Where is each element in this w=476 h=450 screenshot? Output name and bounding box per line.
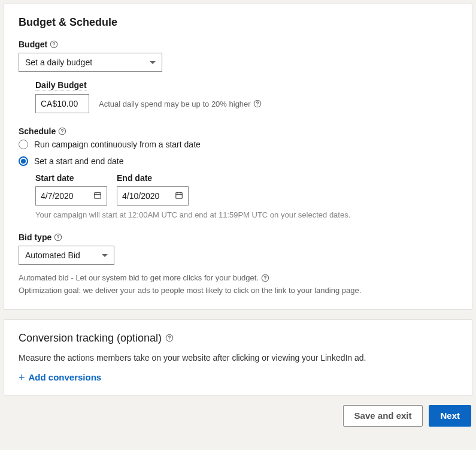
svg-point-15 [58, 238, 59, 239]
daily-budget-input[interactable] [35, 94, 89, 113]
bid-desc1: Automated bid - Let our system bid to ge… [19, 272, 259, 285]
help-icon[interactable] [54, 233, 62, 241]
radio-icon [19, 140, 28, 149]
calendar-icon [175, 191, 183, 201]
svg-point-5 [62, 132, 63, 133]
date-row: Start date 4/7/2020 End date 4/10/2020 [35, 173, 457, 206]
budget-schedule-title: Budget & Schedule [19, 16, 457, 29]
next-button[interactable]: Next [429, 405, 471, 427]
schedule-label-row: Schedule [19, 126, 457, 136]
daily-budget-note-row: Actual daily spend may be up to 20% high… [99, 99, 262, 108]
budget-select-value: Set a daily budget [25, 58, 92, 67]
bid-desc2: Optimization goal: we deliver your ads t… [19, 285, 457, 297]
daily-budget-block: Daily Budget Actual daily spend may be u… [35, 80, 457, 113]
schedule-note: Your campaign will start at 12:00AM UTC … [35, 210, 457, 219]
schedule-radio-startend[interactable]: Set a start and end date [19, 156, 457, 166]
help-icon[interactable] [165, 334, 174, 342]
add-conversions-button[interactable]: + Add conversions [19, 372, 457, 383]
svg-rect-6 [95, 192, 101, 198]
footer-actions: Save and exit Next [4, 405, 472, 427]
chevron-down-icon [102, 254, 108, 257]
calendar-icon [93, 191, 102, 201]
schedule-option-startend-label: Set a start and end date [34, 156, 123, 166]
save-exit-label: Save and exit [354, 410, 412, 421]
conversion-title-row: Conversion tracking (optional) [19, 332, 457, 345]
help-icon[interactable] [253, 99, 262, 108]
add-conversions-label: Add conversions [29, 372, 102, 382]
start-date-field: Start date 4/7/2020 [35, 173, 107, 206]
help-icon[interactable] [261, 274, 269, 282]
plus-icon: + [19, 372, 25, 383]
daily-budget-note: Actual daily spend may be up to 20% high… [99, 99, 251, 108]
budget-label-row: Budget [19, 40, 457, 49]
bid-type-select[interactable]: Automated Bid [19, 246, 114, 265]
conversion-tracking-panel: Conversion tracking (optional) Measure t… [4, 319, 472, 395]
bid-type-label-row: Bid type [19, 232, 457, 242]
bid-desc1-row: Automated bid - Let our system bid to ge… [19, 272, 457, 285]
end-date-field: End date 4/10/2020 [117, 173, 189, 206]
budget-schedule-panel: Budget & Schedule Budget Set a daily bud… [4, 4, 472, 310]
start-date-label: Start date [35, 173, 107, 183]
schedule-radio-continuous[interactable]: Run campaign continuously from a start d… [19, 140, 457, 149]
svg-point-17 [265, 280, 266, 280]
help-icon[interactable] [58, 127, 66, 135]
radio-icon [19, 156, 28, 166]
end-date-input[interactable]: 4/10/2020 [117, 186, 189, 206]
svg-point-1 [54, 46, 54, 46]
budget-label: Budget [19, 40, 47, 49]
bid-type-value: Automated Bid [25, 250, 80, 260]
next-label: Next [440, 410, 460, 421]
end-date-label: End date [117, 173, 189, 183]
schedule-label: Schedule [19, 126, 56, 136]
conversion-title: Conversion tracking (optional) [19, 332, 162, 345]
budget-select[interactable]: Set a daily budget [19, 53, 162, 72]
save-and-exit-button[interactable]: Save and exit [343, 405, 423, 427]
svg-point-19 [169, 339, 170, 340]
help-icon[interactable] [50, 40, 58, 49]
bid-descriptions: Automated bid - Let our system bid to ge… [19, 272, 457, 297]
bid-type-label: Bid type [19, 232, 51, 242]
svg-point-3 [257, 105, 257, 105]
chevron-down-icon [150, 61, 156, 64]
conversion-desc: Measure the actions members take on your… [19, 353, 457, 363]
start-date-value: 4/7/2020 [41, 191, 74, 201]
start-date-input[interactable]: 4/7/2020 [35, 186, 107, 206]
daily-budget-label: Daily Budget [35, 80, 87, 90]
svg-rect-10 [176, 192, 183, 198]
schedule-option-continuous-label: Run campaign continuously from a start d… [34, 140, 201, 149]
end-date-value: 4/10/2020 [122, 191, 159, 201]
daily-budget-row: Actual daily spend may be up to 20% high… [35, 94, 457, 113]
